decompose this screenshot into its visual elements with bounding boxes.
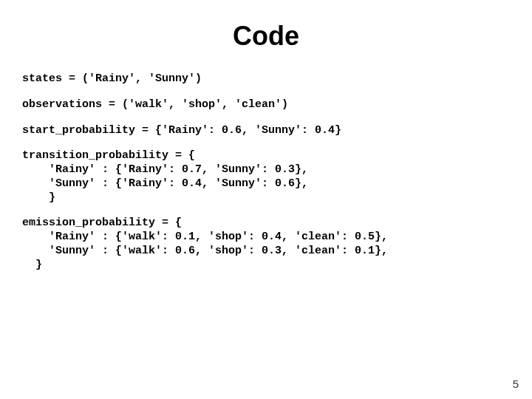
code-line-states: states = ('Rainy', 'Sunny') <box>22 72 510 86</box>
code-line-transition-open: transition_probability = { <box>22 149 510 163</box>
blank-line <box>22 112 510 124</box>
code-line-start-prob: start_probability = {'Rainy': 0.6, 'Sunn… <box>22 124 510 138</box>
code-line-emission-sunny: 'Sunny' : {'walk': 0.6, 'shop': 0.3, 'cl… <box>22 245 510 259</box>
blank-line <box>22 86 510 98</box>
code-line-emission-close: } <box>22 259 510 273</box>
slide: Code states = ('Rainy', 'Sunny') observa… <box>0 0 532 399</box>
code-line-transition-close: } <box>22 191 510 205</box>
code-line-emission-open: emission_probability = { <box>22 216 510 231</box>
slide-title: Code <box>22 21 510 52</box>
code-line-transition-rainy: 'Rainy' : {'Rainy': 0.7, 'Sunny': 0.3}, <box>22 163 510 177</box>
page-number: 5 <box>513 378 519 390</box>
code-line-emission-rainy: 'Rainy' : {'walk': 0.1, 'shop': 0.4, 'cl… <box>22 231 510 245</box>
code-line-observations: observations = ('walk', 'shop', 'clean') <box>22 98 510 112</box>
code-line-transition-sunny: 'Sunny' : {'Rainy': 0.4, 'Sunny': 0.6}, <box>22 177 510 191</box>
blank-line <box>22 205 510 216</box>
blank-line <box>22 137 510 149</box>
